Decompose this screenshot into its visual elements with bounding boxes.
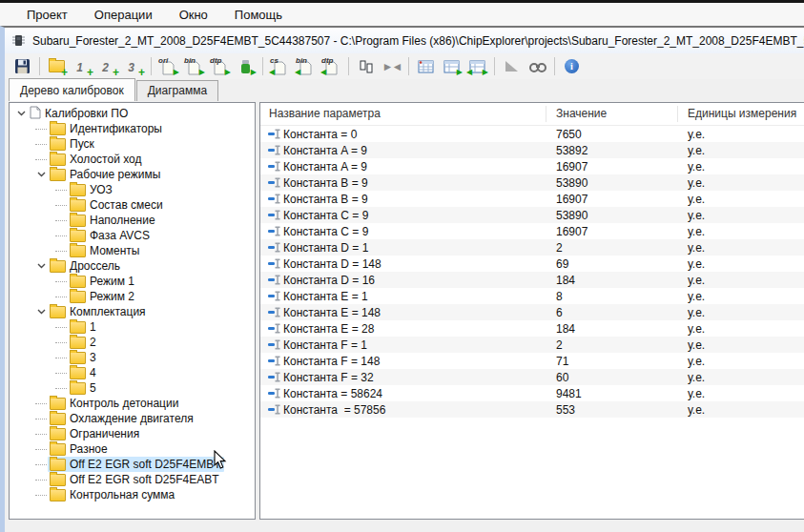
tree-item[interactable]: 3 <box>10 350 255 365</box>
import-cs-button[interactable]: cs ◀ <box>268 55 292 78</box>
tree-item[interactable]: Режим 2 <box>10 289 255 304</box>
parameter-icon <box>267 209 281 221</box>
column-header-value[interactable]: Значение <box>546 106 678 122</box>
folder-icon <box>70 199 86 212</box>
tree-item[interactable]: 4 <box>10 365 255 380</box>
tab[interactable]: Дерево калибровок <box>9 78 135 101</box>
save-button[interactable] <box>10 55 34 78</box>
tree-item-label: Режим 2 <box>90 290 134 303</box>
table-button[interactable] <box>414 55 438 78</box>
tree-item[interactable]: Наполнение <box>10 213 255 228</box>
table-row[interactable]: Константа = 57856 553 у.е. <box>260 401 804 418</box>
tree-item-label: 2 <box>90 336 96 349</box>
tree-connector <box>55 297 67 297</box>
tree-item[interactable]: Дроссель <box>10 258 255 274</box>
add-layer-1-button[interactable]: 1 + <box>71 55 94 78</box>
title-bar[interactable]: Subaru_Forester_2_MT_2008_D25F4EMBT_5C44… <box>5 28 804 53</box>
chart-button[interactable] <box>500 55 524 78</box>
compare-chips-button[interactable] <box>354 55 378 78</box>
table-row[interactable]: Константа E = 148 6 у.е. <box>260 304 804 320</box>
tree-item[interactable]: Фаза AVCS <box>10 228 255 243</box>
tree-connector <box>55 373 67 374</box>
tab[interactable]: Диаграмма <box>136 80 218 101</box>
tree-item[interactable]: Комплектация <box>10 304 255 319</box>
tree-item[interactable]: Режим 1 <box>10 274 255 289</box>
menu-item[interactable]: Операции <box>81 5 166 25</box>
tree-item[interactable]: Рабочие режимы <box>10 167 255 182</box>
table-row[interactable]: Константа F = 148 71 у.е. <box>260 353 804 369</box>
add-layer-2-button[interactable]: 2 + <box>96 55 120 78</box>
tree-item[interactable]: Off E2 EGR soft D25F4EABT <box>10 472 255 487</box>
parameter-value: 8 <box>546 290 678 303</box>
table-row[interactable]: Константа F = 1 2 у.е. <box>260 337 804 353</box>
table-row[interactable]: Константа C = 9 53890 у.е. <box>260 207 804 223</box>
add-project-folder-button[interactable]: + <box>45 55 69 78</box>
menu-item[interactable]: Окно <box>166 5 221 25</box>
import-bin-button[interactable]: bin ◀ <box>294 55 318 78</box>
table-row[interactable]: Константа D = 16 184 у.е. <box>260 272 804 288</box>
export-dtp-button[interactable]: dtp ▶ <box>208 55 232 78</box>
folder-icon <box>70 276 86 288</box>
folder-icon <box>50 123 66 135</box>
tree-item[interactable]: УОЗ <box>10 182 255 197</box>
tree-item[interactable]: Пуск <box>10 136 255 152</box>
table-row[interactable]: Константа A = 9 53892 у.е. <box>260 142 804 158</box>
tree-item[interactable]: Ограничения <box>10 426 255 441</box>
table-row[interactable]: Константа E = 1 8 у.е. <box>260 288 804 304</box>
tree-item-label: Моменты <box>90 244 139 257</box>
parameter-name: Константа D = 148 <box>283 257 381 271</box>
export-ori-button[interactable]: ori ▶ <box>156 55 180 78</box>
column-header-units[interactable]: Единицы измерения <box>678 106 804 122</box>
table-row[interactable]: Константа B = 9 53890 у.е. <box>260 174 804 191</box>
menu-item[interactable]: Проект <box>13 5 81 25</box>
parameter-icon <box>267 371 281 383</box>
search-button[interactable] <box>526 55 549 78</box>
table-row[interactable]: Константа = 0 7650 у.е. <box>260 126 804 142</box>
table-row[interactable]: Константа B = 9 16907 у.е. <box>260 191 804 207</box>
tree-item[interactable]: Моменты <box>10 243 255 258</box>
tree-item[interactable]: Контрольная сумма <box>10 487 255 502</box>
tree-connector <box>35 144 47 145</box>
table-row[interactable]: Константа D = 148 69 у.е. <box>260 256 804 272</box>
table-import-button[interactable]: ◀ ▶ <box>465 55 489 78</box>
toolbar: + 1 + 2 + 3 + ori ▶ bin ▶ <box>5 53 804 79</box>
tree-item[interactable]: 2 <box>10 335 255 350</box>
table-export-button[interactable]: ▶ <box>440 55 464 78</box>
chevron-down-icon[interactable] <box>35 172 48 177</box>
export-usb-button[interactable]: ▶ <box>234 55 258 78</box>
table-row[interactable]: Константа D = 1 2 у.е. <box>260 239 804 256</box>
table-row[interactable]: Константа A = 9 16907 у.е. <box>260 158 804 174</box>
tree-item[interactable]: Состав смеси <box>10 197 255 213</box>
tree-connector <box>55 190 67 191</box>
dtp-label: dtp <box>210 56 221 65</box>
folder-icon <box>70 337 86 349</box>
compress-button[interactable]: ►◄ <box>380 55 403 78</box>
tree-item[interactable]: Охлаждение двигателя <box>10 411 255 426</box>
tree-item[interactable]: Off E2 EGR soft D25F4EMBT <box>10 457 255 472</box>
tree-item[interactable]: Разное <box>10 441 255 457</box>
parameter-icon <box>267 160 281 173</box>
import-dtp-button[interactable]: dtp ◀ <box>320 55 343 78</box>
toolbar-separator <box>39 57 40 75</box>
column-header-name[interactable]: Название параметра <box>260 106 546 122</box>
table-row[interactable]: Константа F = 32 60 у.е. <box>260 369 804 385</box>
info-button[interactable]: i <box>560 55 584 78</box>
chevron-down-icon[interactable] <box>15 111 28 116</box>
tree-item[interactable]: 5 <box>10 380 255 396</box>
chevron-down-icon[interactable] <box>35 263 48 269</box>
tree-item[interactable]: 1 <box>10 319 255 335</box>
tree-item[interactable]: Идентификаторы <box>10 121 255 136</box>
export-bin-button[interactable]: bin ▶ <box>182 55 206 78</box>
table-row[interactable]: Константа C = 9 16907 у.е. <box>260 223 804 239</box>
parameter-name: Константа E = 1 <box>283 290 368 303</box>
tree-item[interactable]: Контроль детонации <box>10 396 255 411</box>
parameter-value: 184 <box>546 274 678 287</box>
chevron-down-icon[interactable] <box>35 309 48 315</box>
table-row[interactable]: Константа E = 28 184 у.е. <box>260 320 804 337</box>
tree-item[interactable]: Холостой ход <box>10 152 255 167</box>
table-row[interactable]: Константа = 58624 9481 у.е. <box>260 385 804 401</box>
tree-item[interactable]: Калибровки ПО <box>10 106 255 121</box>
add-layer-3-button[interactable]: 3 + <box>122 55 146 78</box>
tree-item-label: Калибровки ПО <box>45 107 128 120</box>
menu-item[interactable]: Помощь <box>221 5 296 25</box>
